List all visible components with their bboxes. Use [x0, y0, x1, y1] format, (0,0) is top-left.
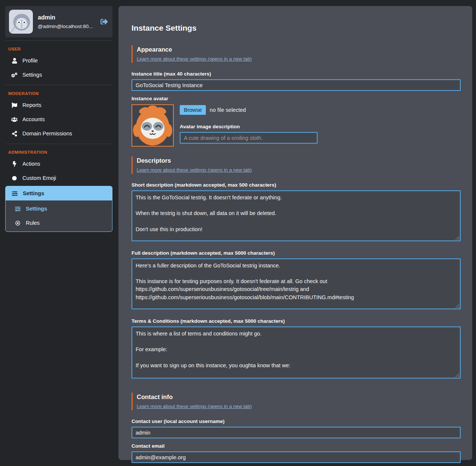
- gears-icon: [11, 72, 18, 78]
- section-title-moderation: MODERATION: [5, 88, 112, 98]
- contact-user-field: Contact user (local account username): [132, 419, 461, 438]
- submenu-item-label: Settings: [26, 206, 47, 212]
- sidebar: admin @admin@localhost:80... USER Profil…: [5, 6, 112, 235]
- dot-circle-icon: [15, 220, 21, 226]
- instance-avatar-label: Instance avatar: [132, 96, 461, 101]
- full-description-textarea[interactable]: Here's a fuller description of the GoToS…: [132, 258, 461, 309]
- sidebar-section-administration: ADMINISTRATION Actions Custom Emoji: [5, 144, 112, 235]
- logged-in-user-card: admin @admin@localhost:80...: [5, 6, 112, 37]
- sidebar-item-label: Profile: [22, 58, 38, 64]
- sidebar-item-profile[interactable]: Profile: [5, 53, 112, 68]
- smiley-icon: [11, 175, 18, 181]
- sliders-icon: [12, 190, 18, 196]
- sidebar-item-user-settings[interactable]: Settings: [5, 68, 112, 82]
- descriptors-section-header: Descriptors Learn more about these setti…: [132, 156, 461, 174]
- instance-title-field: Instance title (max 40 characters): [132, 71, 461, 91]
- contact-learn-more-link[interactable]: Learn more about these settings (opens i…: [137, 404, 252, 409]
- sidebar-item-reports[interactable]: Reports: [5, 98, 112, 112]
- instance-title-input[interactable]: [132, 79, 461, 91]
- user-avatar: [9, 10, 33, 34]
- short-description-textarea[interactable]: This is the GoToSocial testrig. It doesn…: [132, 190, 461, 241]
- settings-nav-group: Settings Settings Rules: [5, 186, 112, 232]
- sidebar-item-custom-emoji[interactable]: Custom Emoji: [5, 171, 112, 185]
- browse-button[interactable]: Browse: [180, 105, 206, 115]
- sidebar-section-user: USER Profile Settings: [5, 40, 112, 85]
- contact-email-field: Contact email: [132, 443, 461, 463]
- page-title: Instance Settings: [132, 24, 461, 33]
- bolt-icon: [11, 161, 18, 167]
- instance-avatar-preview: [132, 104, 174, 147]
- submenu-item-label: Rules: [26, 220, 40, 226]
- section-title-user: USER: [5, 43, 112, 53]
- instance-settings-panel: Instance Settings Appearance Learn more …: [118, 6, 472, 460]
- full-description-field: Full description (markdown accepted, max…: [132, 250, 461, 309]
- sidebar-item-label: Actions: [22, 161, 40, 167]
- sidebar-item-label: Settings: [23, 190, 44, 196]
- descriptors-heading: Descriptors: [137, 157, 461, 164]
- flag-icon: [11, 102, 18, 108]
- sidebar-item-domain-permissions[interactable]: Domain Permissions: [5, 126, 112, 141]
- contact-email-label: Contact email: [132, 443, 461, 449]
- contact-user-label: Contact user (local account username): [132, 419, 461, 424]
- avatar-controls: Browse no file selected Avatar image des…: [180, 104, 318, 147]
- contact-section-header: Contact info Learn more about these sett…: [132, 393, 461, 410]
- sidebar-item-accounts[interactable]: Accounts: [5, 112, 112, 126]
- avatar-description-label: Avatar image description: [180, 124, 318, 129]
- file-status-text: no file selected: [210, 107, 246, 113]
- appearance-section-header: Appearance Learn more about these settin…: [132, 45, 461, 63]
- sidebar-item-label: Accounts: [22, 116, 45, 122]
- contact-heading: Contact info: [137, 393, 461, 401]
- instance-title-label: Instance title (max 40 characters): [132, 71, 461, 77]
- user-handle: @admin@localhost:80...: [38, 24, 95, 29]
- sidebar-item-label: Settings: [22, 72, 42, 78]
- user-names: admin @admin@localhost:80...: [38, 14, 95, 29]
- appearance-learn-more-link[interactable]: Learn more about these settings (opens i…: [137, 56, 252, 62]
- terms-label: Terms & Conditions (markdown accepted, m…: [132, 318, 461, 324]
- username: admin: [38, 14, 95, 21]
- sidebar-item-label: Domain Permissions: [22, 131, 72, 137]
- sidebar-item-label: Custom Emoji: [22, 175, 56, 181]
- avatar-description-input[interactable]: [180, 132, 318, 144]
- short-description-field: Short description (markdown accepted, ma…: [132, 182, 461, 241]
- sidebar-item-actions[interactable]: Actions: [5, 157, 112, 171]
- sidebar-item-label: Reports: [22, 102, 41, 108]
- sidebar-section-moderation: MODERATION Reports Accounts Domain Permi…: [5, 85, 112, 144]
- short-description-label: Short description (markdown accepted, ma…: [132, 182, 461, 188]
- contact-email-input[interactable]: [132, 451, 461, 463]
- section-title-administration: ADMINISTRATION: [5, 146, 112, 157]
- sign-out-icon[interactable]: [100, 17, 109, 26]
- instance-avatar-field: Instance avatar: [132, 96, 461, 147]
- users-icon: [11, 116, 18, 122]
- appearance-heading: Appearance: [137, 46, 461, 53]
- submenu-item-settings[interactable]: Settings: [6, 202, 112, 216]
- full-description-label: Full description (markdown accepted, max…: [132, 250, 461, 256]
- share-nodes-icon: [11, 131, 18, 137]
- terms-field: Terms & Conditions (markdown accepted, m…: [132, 318, 461, 378]
- contact-user-input[interactable]: [132, 427, 461, 438]
- user-icon: [11, 58, 18, 64]
- descriptors-learn-more-link[interactable]: Learn more about these settings (opens i…: [137, 167, 252, 173]
- sidebar-item-admin-settings[interactable]: Settings: [6, 186, 112, 200]
- submenu-item-rules[interactable]: Rules: [6, 216, 112, 230]
- terms-textarea[interactable]: This is where a list of terms and condit…: [132, 326, 461, 378]
- settings-submenu: Settings Rules: [6, 200, 112, 232]
- sliders-icon: [15, 206, 21, 212]
